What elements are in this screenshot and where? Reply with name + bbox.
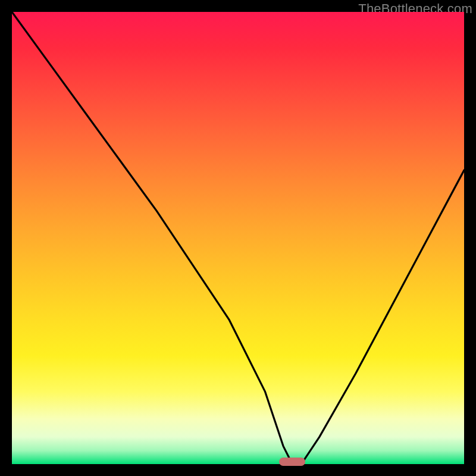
plot-area: [12, 12, 464, 464]
curve-layer: [12, 12, 464, 464]
optimum-marker: [279, 458, 305, 466]
bottleneck-curve: [12, 12, 464, 464]
chart-frame: TheBottleneck.com: [0, 0, 476, 476]
